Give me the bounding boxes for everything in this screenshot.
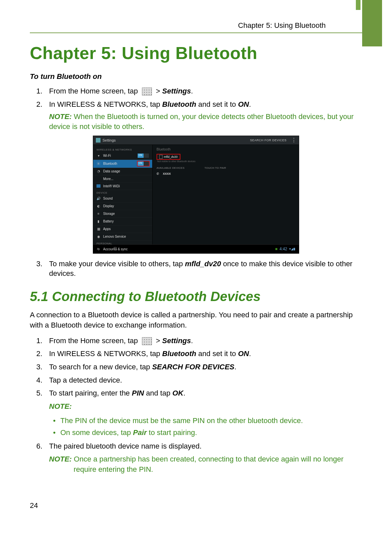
sidebar-item-lenovo[interactable]: ◉Lenovo Service bbox=[93, 233, 152, 241]
sidebar-item-sound[interactable]: 🔊Sound bbox=[93, 195, 152, 203]
text: . bbox=[249, 349, 251, 358]
text: To search for a new device, tap bbox=[49, 363, 152, 371]
touch-to-pair-label: TOUCH TO PAIR bbox=[204, 166, 226, 169]
wifi-toggle[interactable]: ON bbox=[138, 154, 149, 158]
step2-1: From the Home screen, tap > Settings. bbox=[44, 336, 362, 346]
sound-icon: 🔊 bbox=[97, 197, 100, 201]
label: Apps bbox=[103, 227, 111, 231]
home-icon[interactable]: ⌂ bbox=[105, 247, 107, 251]
label: Sound bbox=[103, 197, 113, 200]
pin-label: PIN bbox=[132, 389, 144, 397]
lenovo-icon: ◉ bbox=[97, 235, 100, 239]
sidebar-item-battery[interactable]: ▮Battery bbox=[93, 218, 152, 225]
text: To make your device visible to others, t… bbox=[49, 260, 185, 268]
chapter-title: Chapter 5: Using Bluetooth bbox=[30, 43, 362, 63]
sidebar-item-apps[interactable]: ▦Apps bbox=[93, 225, 152, 233]
text: The paired bluetooth device name is disp… bbox=[49, 442, 202, 450]
text: . bbox=[249, 100, 251, 108]
widi-icon bbox=[97, 184, 100, 188]
step-1: From the Home screen, tap > Settings. bbox=[44, 86, 362, 96]
running-header: Chapter 5: Using Bluetooth bbox=[30, 21, 362, 30]
section-heading-turn-on: To turn Bluetooth on bbox=[30, 72, 362, 81]
step2-3: To search for a new device, tap SEARCH F… bbox=[44, 362, 362, 372]
device-label: XXXX bbox=[163, 172, 171, 175]
settings-label: Settings bbox=[162, 337, 191, 345]
wifi-icon: ▾ bbox=[97, 154, 100, 157]
android-settings-screenshot: Settings SEARCH FOR DEVICES ⋮ WIRELESS &… bbox=[93, 136, 299, 254]
bullet-1: The PIN of the device must be the same P… bbox=[53, 415, 362, 426]
data-usage-icon: ◔ bbox=[97, 169, 100, 173]
steps-list-2-cont: The paired bluetooth device name is disp… bbox=[30, 441, 362, 475]
note-label: NOTE: bbox=[49, 402, 72, 410]
text: . bbox=[234, 363, 236, 371]
sidebar-item-wifi[interactable]: ▾ Wi-Fi ON bbox=[93, 152, 152, 160]
bluetooth-label: Bluetooth bbox=[162, 100, 196, 108]
text: . bbox=[191, 87, 193, 95]
search-for-devices-button[interactable]: SEARCH FOR DEVICES bbox=[250, 139, 287, 142]
settings-sidebar: WIRELESS & NETWORKS ▾ Wi-Fi ON B Bluetoo… bbox=[93, 145, 153, 244]
label: Wi-Fi bbox=[103, 154, 111, 157]
tablet-icon bbox=[159, 155, 163, 159]
settings-content-pane: Bluetooth mfld_dv20 Not visible to other… bbox=[153, 145, 299, 244]
overflow-menu-icon[interactable]: ⋮ bbox=[291, 139, 296, 142]
battery-icon: ▮ bbox=[97, 219, 100, 223]
page-tab-decoration-inner bbox=[356, 0, 360, 10]
storage-icon: ≡ bbox=[97, 212, 100, 216]
step2-6: The paired bluetooth device name is disp… bbox=[44, 441, 362, 475]
note-label: NOTE: bbox=[49, 455, 72, 463]
apps-grid-icon bbox=[142, 337, 152, 345]
label: Battery bbox=[103, 219, 114, 223]
label: Storage bbox=[103, 212, 115, 216]
status-icon: ■ bbox=[275, 247, 277, 251]
note-text: When the Bluetooth is turned on, your de… bbox=[49, 112, 354, 131]
steps-list-1-cont: To make your device visible to others, t… bbox=[30, 259, 362, 278]
bluetooth-toggle[interactable]: ON bbox=[138, 161, 149, 166]
label: Data usage bbox=[103, 169, 120, 173]
text: to start pairing. bbox=[147, 428, 197, 437]
label: mfld_dv20 bbox=[164, 155, 178, 158]
mfld-label: mfld_dv20 bbox=[185, 260, 221, 268]
my-device-name[interactable]: mfld_dv20 bbox=[157, 154, 180, 160]
label: More... bbox=[103, 177, 113, 181]
label: Display bbox=[103, 204, 114, 208]
bluetooth-icon: B bbox=[97, 161, 100, 165]
apps-grid-icon bbox=[142, 88, 152, 95]
text: > bbox=[156, 87, 162, 95]
screenshot-titlebar: Settings SEARCH FOR DEVICES ⋮ bbox=[93, 136, 299, 145]
sidebar-item-bluetooth[interactable]: B Bluetooth ON bbox=[93, 160, 152, 168]
header-rule bbox=[30, 32, 362, 33]
text: and tap bbox=[144, 389, 172, 397]
recents-icon[interactable]: ❐ bbox=[113, 247, 117, 251]
text: In WIRELESS & NETWORKS, tap bbox=[49, 349, 162, 358]
ok-label: OK bbox=[172, 389, 183, 397]
on-label: ON bbox=[238, 349, 249, 358]
on-label: ON bbox=[238, 100, 249, 108]
phone-icon: ✆ bbox=[157, 172, 160, 176]
wifi-status-icon: ▾◢▮ bbox=[289, 247, 295, 251]
category-personal: PERSONAL bbox=[93, 241, 152, 246]
sidebar-item-datausage[interactable]: ◔ Data usage bbox=[93, 168, 152, 175]
step2-4: Tap a detected device. bbox=[44, 375, 362, 385]
available-devices-label: AVAILABLE DEVICES bbox=[157, 166, 184, 169]
text: > bbox=[156, 337, 162, 345]
text: and set it to bbox=[196, 100, 238, 108]
visibility-text: Not visible to other Bluetooth devices bbox=[157, 160, 295, 162]
sidebar-item-display[interactable]: ◐Display bbox=[93, 203, 152, 210]
page-tab-decoration bbox=[362, 0, 382, 46]
subchapter-title: 5.1 Connecting to Bluetooth Devices bbox=[30, 289, 362, 304]
sidebar-item-storage[interactable]: ≡Storage bbox=[93, 210, 152, 218]
search-devices-label: SEARCH FOR DEVICES bbox=[152, 363, 234, 371]
sidebar-item-more[interactable]: More... bbox=[93, 175, 152, 183]
steps-list-2: From the Home screen, tap > Settings. In… bbox=[30, 336, 362, 411]
settings-app-icon bbox=[96, 138, 100, 143]
step2-5: To start pairing, enter the PIN and tap … bbox=[44, 388, 362, 411]
step-2: In WIRELESS & NETWORKS, tap Bluetooth an… bbox=[44, 99, 362, 132]
back-icon[interactable]: ◅ bbox=[97, 247, 99, 251]
label: Lenovo Service bbox=[103, 235, 126, 238]
note-label: NOTE: bbox=[49, 112, 72, 121]
text: In WIRELESS & NETWORKS, tap bbox=[49, 100, 162, 108]
text: On some devices, tap bbox=[60, 428, 133, 437]
text: From the Home screen, tap bbox=[49, 87, 140, 95]
sidebar-item-widi[interactable]: Intel® WiDi bbox=[93, 183, 152, 190]
available-device-row[interactable]: ✆ XXXX bbox=[157, 172, 295, 176]
